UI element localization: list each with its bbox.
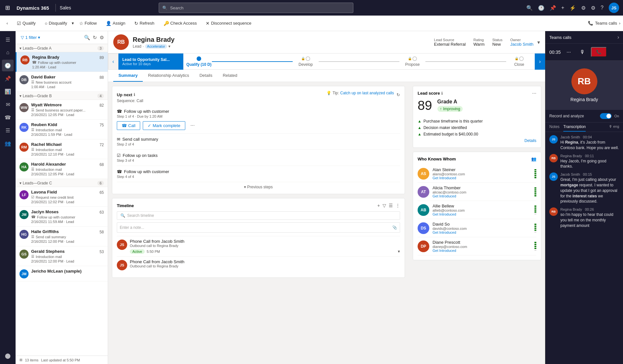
check-access-button[interactable]: 🔑 Check Access — [160, 19, 201, 28]
main-layout: ☰ ⌂ 🕐 📌 📊 ✉ ☎ ☰ 👥 ⬤ ▽ 1 filter ▾ 🔍 ↻ ⚙ — [0, 31, 623, 364]
lead-item-harold-alexander[interactable]: HA Harold Alexander ☰ Introduction mail … — [16, 159, 108, 179]
sidebar-bottom-icon[interactable]: ⬤ — [2, 350, 14, 361]
lead-item-jaclyn-moses[interactable]: JM Jaclyn Moses ☎ Follow up with custome… — [16, 207, 108, 227]
call-more-button[interactable]: ··· — [563, 47, 574, 57]
signal-3: ▲ Estimated budget is $40,000.00 — [418, 132, 536, 136]
lead-item-gerald-stephens[interactable]: GS Gerald Stephens ☰ Introduction mail 2… — [16, 246, 108, 266]
search-icon-nav[interactable]: 🔍 — [526, 5, 533, 11]
attachment-icon[interactable]: 📎 — [392, 225, 397, 230]
call-end-button[interactable]: 📞 — [591, 47, 607, 57]
timeline-group-icon[interactable]: ☰ — [389, 203, 393, 208]
refresh-upnext-icon[interactable]: ↻ — [397, 92, 400, 97]
wkw-share-icon[interactable]: 👥 — [531, 157, 536, 161]
get-introduced-link-ab[interactable]: Get Introduced — [433, 212, 531, 216]
wkw-toolbar[interactable]: 👥 — [531, 157, 536, 161]
follow-button[interactable]: ☆ Follow — [75, 19, 101, 28]
sidebar-pinned-icon[interactable]: 📌 — [2, 73, 14, 84]
filter-button[interactable]: ▽ 1 filter ▾ — [19, 34, 42, 41]
last-updated-label: Last updated at 5:50 PM — [41, 358, 80, 362]
qualify-button[interactable]: ☑ Qualify — [13, 19, 39, 28]
main-content-area: RB Regina Brady Lead · Accelerator ▾ Lea… — [108, 31, 545, 364]
call-button[interactable]: ☎ Call — [117, 121, 140, 130]
search-leads-icon[interactable]: 🔍 — [84, 35, 90, 41]
refresh-button[interactable]: ↻ Refresh — [130, 19, 158, 28]
call-mute-button[interactable]: 🎙 — [577, 47, 588, 57]
pinned-icon[interactable]: 📌 — [550, 5, 556, 11]
sidebar-phone-icon[interactable]: ☎ — [2, 112, 14, 123]
get-introduced-link-dp[interactable]: Get Introduced — [433, 249, 531, 252]
lead-item-rachel-michael[interactable]: RM Rachel Michael ☰ Introduction mail 2/… — [16, 139, 108, 159]
get-introduced-link-as[interactable]: Get Introduced — [433, 176, 531, 180]
up-next-tip: 💡 Tip: Catch up on last analyzed calls — [326, 91, 394, 95]
sidebar-list-icon[interactable]: ☰ — [2, 124, 14, 136]
tab-relationship-analytics[interactable]: Relationship Analytics — [143, 70, 194, 82]
score-details-link[interactable]: Details — [418, 138, 536, 143]
get-introduced-link-at[interactable]: Get Introduced — [433, 194, 531, 198]
lead-item-halle-griffiths[interactable]: HG Halle Griffiths ☰ Send call summary 2… — [16, 227, 108, 246]
disqualify-chevron-icon[interactable]: ▾ — [72, 21, 74, 26]
add-icon[interactable]: + — [561, 5, 564, 11]
record-category-badge[interactable]: Accelerator — [145, 44, 167, 49]
tab-details[interactable]: Details — [194, 70, 218, 82]
timeline-search[interactable]: 🔍 Search timeline — [117, 211, 400, 220]
filter-advanced-icon[interactable]: ⚡ — [569, 5, 576, 11]
step-more-button[interactable]: ··· — [188, 121, 197, 130]
lead-group-grade-b[interactable]: ▾ Leads—Grade B 4 — [16, 92, 108, 100]
lead-item-regina-brady[interactable]: RB Regina Brady ☎ Follow up with custome… — [16, 52, 108, 72]
teams-chevron-icon[interactable]: › — [619, 21, 620, 26]
tab-transcription[interactable]: Transcription — [563, 124, 586, 132]
lead-item-lavona-field[interactable]: LF Lavona Field ☑ Request new credit lim… — [16, 187, 108, 207]
category-chevron-icon[interactable]: ▾ — [168, 44, 170, 49]
sidebar-menu-icon[interactable]: ☰ — [2, 34, 14, 45]
lead-score-more-icon[interactable]: ⋯ — [532, 91, 536, 96]
tip-link[interactable]: Catch up on last analyzed calls — [340, 91, 394, 95]
teams-close-button[interactable]: › — [617, 34, 619, 40]
wkw-avatar-as: AS — [418, 168, 429, 180]
user-avatar[interactable]: JS — [609, 3, 619, 13]
disconnect-sequence-button[interactable]: ✕ Disconnect sequence — [202, 19, 255, 28]
lead-group-grade-c[interactable]: ▾ Leads—Grade C 6 — [16, 179, 108, 187]
timeline-more-icon[interactable]: ⋮ — [396, 203, 400, 208]
sidebar-people-icon[interactable]: 👥 — [2, 137, 14, 149]
sidebar-recent-icon[interactable]: 🕐 — [2, 60, 14, 71]
tab-summary[interactable]: Summary — [113, 70, 143, 82]
sidebar-mail-icon[interactable]: ✉ — [2, 99, 14, 110]
assign-button[interactable]: 👤 Assign — [102, 19, 129, 28]
recent-icon[interactable]: 🕐 — [538, 5, 544, 11]
settings-icon[interactable]: ⚙ — [591, 5, 595, 11]
disqualify-button[interactable]: ○ Disqualify — [41, 19, 71, 28]
lead-group-grade-a[interactable]: ▾ Leads—Grade A 3 — [16, 44, 108, 52]
lead-item-david-baker[interactable]: DB David Baker ☰ New business account 1:… — [16, 72, 108, 92]
teams-calls-bar[interactable]: 📞 Teams calls › — [588, 21, 620, 26]
previous-steps-link[interactable]: ▾ Previous steps — [117, 185, 400, 189]
lead-item-wyatt-wetmore[interactable]: WW Wyatt Wetmore ☰ Send business account… — [16, 100, 108, 120]
grid-icon[interactable]: ⊞ — [4, 3, 11, 13]
timeline-note-input[interactable]: Enter a note... 📎 — [117, 222, 400, 233]
footer-expand-icon[interactable]: ⊞ — [19, 358, 22, 362]
record-toggle[interactable] — [600, 113, 612, 119]
signal-2: ▲ Decision maker identified — [418, 125, 536, 130]
help-icon[interactable]: ? — [601, 5, 604, 11]
timeline-filter-icon[interactable]: ▽ — [383, 203, 386, 208]
tab-notes[interactable]: Notes — [549, 124, 559, 132]
stage-next-button[interactable]: › — [535, 53, 545, 70]
sidebar-charts-icon[interactable]: 📊 — [2, 86, 14, 97]
disqualify-dropdown[interactable]: ○ Disqualify ▾ — [41, 19, 74, 28]
search-bar[interactable]: 🔍 Search — [159, 3, 353, 13]
more-leads-icon[interactable]: ⚙ — [100, 35, 104, 41]
expand-timeline-icon[interactable]: ▾ — [398, 249, 400, 254]
stage-prev-button[interactable]: ‹ — [108, 53, 118, 70]
record-header-chevron-icon[interactable]: ▾ — [537, 39, 540, 45]
stage-connector-2 — [319, 61, 399, 62]
refresh-leads-icon[interactable]: ↻ — [93, 35, 97, 41]
get-introduced-link-ds[interactable]: Get Introduced — [433, 230, 531, 234]
timeline-add-icon[interactable]: + — [377, 203, 380, 208]
mark-complete-button[interactable]: ✓ Mark complete — [143, 121, 185, 130]
lead-item-jericho-mclean[interactable]: JM Jericho McLean (sample) — [16, 266, 108, 281]
sidebar-home-icon[interactable]: ⌂ — [2, 47, 14, 58]
language-select[interactable]: 🎙 eng — [609, 124, 619, 132]
flow-icon[interactable]: ⚙ — [581, 5, 586, 11]
tab-related[interactable]: Related — [217, 70, 242, 82]
lead-item-reuben-kidd[interactable]: RK Reuben Kidd ☰ Introduction mail 2/16/… — [16, 120, 108, 139]
back-button[interactable]: ‹ — [3, 19, 12, 28]
